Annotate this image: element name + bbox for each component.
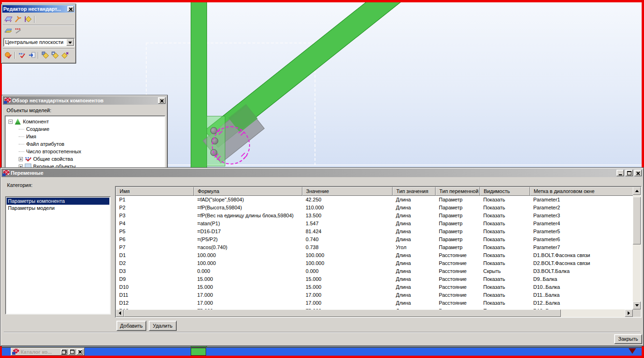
category-listbox[interactable]: Параметры компонентаПараметры модели	[5, 196, 111, 315]
maximize-button[interactable]	[625, 170, 633, 176]
tekla-app-icon	[2, 170, 9, 176]
delete-component-icon[interactable]	[60, 51, 70, 60]
close-dialog-button[interactable]: Закрыть	[614, 334, 642, 344]
maximize-button[interactable]	[69, 349, 75, 355]
restore-button[interactable]	[61, 349, 67, 355]
tree-item[interactable]: Имя	[6, 133, 165, 140]
table-cell: P5	[116, 228, 194, 236]
column-header[interactable]: Метка в диалоговом окне	[530, 187, 633, 196]
general-properties-icon	[25, 156, 31, 162]
column-header[interactable]: Значение	[302, 187, 393, 196]
table-row[interactable]: D1217.00017.000ДлинаРасстояниеПоказатьD1…	[116, 299, 633, 307]
variables-titlebar[interactable]: Переменные	[1, 169, 643, 177]
tree-item[interactable]: Число второстепенных	[6, 148, 165, 155]
table-cell: D12	[116, 299, 194, 307]
scroll-left-button[interactable]	[116, 309, 124, 317]
close-button[interactable]	[634, 170, 642, 176]
maximize-icon	[627, 171, 631, 175]
table-cell: Показать	[480, 283, 530, 291]
table-cell: D2	[116, 259, 194, 267]
column-header[interactable]: Имя	[116, 187, 194, 196]
dropdown-button[interactable]	[66, 39, 74, 46]
table-row[interactable]: P4=atan(P1)1.547ДлинаПараметрПоказатьPar…	[116, 220, 633, 228]
close-button[interactable]	[158, 97, 165, 104]
table-row[interactable]: P7=acos(0.740)0.738УголПараметрПоказатьP…	[116, 243, 633, 251]
table-cell: =fP(Вес на единицу длины блока,59804)	[194, 212, 302, 220]
table-cell: Показать	[480, 212, 530, 220]
table-cell: Длина	[393, 212, 436, 220]
table-cell: Расстояние	[436, 275, 480, 283]
expand-icon[interactable]: +	[19, 157, 23, 161]
table-row[interactable]: D1015.00015.000ДлинаРасстояниеПоказатьD1…	[116, 283, 633, 291]
table-row[interactable]: P6=(P5/P2)0.740ДлинаПараметрПоказатьPara…	[116, 236, 633, 243]
taskbar-item-catalog[interactable]: Каталог ко...	[11, 348, 85, 356]
collapse-icon[interactable]: −	[8, 120, 13, 124]
toolbar-separator	[34, 16, 35, 23]
vertical-scrollbar[interactable]	[633, 187, 641, 309]
table-row[interactable]: D1100.000100.000ДлинаРасстояниеПоказатьD…	[116, 251, 633, 259]
scrollbar-thumb[interactable]	[124, 309, 561, 317]
table-row[interactable]: P2=fP(Высота,59804)110.000ДлинаПараметрП…	[116, 204, 633, 212]
table-row[interactable]: D915.00015.000ДлинаРасстояниеПоказатьD9.…	[116, 275, 633, 283]
category-item[interactable]: Параметры компонента	[7, 198, 109, 205]
column-header[interactable]: Тип значения	[393, 187, 436, 196]
table-row[interactable]: D30.0000.000ДлинаРасстояниеСкрытьD3.BOLT…	[116, 267, 633, 275]
table-cell: Скрыть	[480, 267, 530, 275]
table-cell: Длина	[393, 283, 436, 291]
table-row[interactable]: D2100.000100.000ДлинаРасстояниеПоказатьD…	[116, 259, 633, 267]
column-bottom-segment	[191, 348, 206, 356]
table-row[interactable]: D1117.00017.000ДлинаРасстояниеПоказатьD1…	[116, 291, 633, 299]
variables-table: ИмяФормулаЗначениеТип значенияТип переме…	[115, 186, 642, 318]
table-cell: Длина	[393, 204, 436, 212]
column-header[interactable]: Видимость	[480, 187, 530, 196]
save-as-component-icon[interactable]	[50, 51, 60, 60]
tree-branch-line	[19, 151, 24, 152]
table-row[interactable]: P3=fP(Вес на единицу длины блока,59804)1…	[116, 212, 633, 220]
delete-button[interactable]: Удалить	[149, 321, 177, 331]
close-button[interactable]	[67, 6, 74, 12]
plane-icon[interactable]	[3, 27, 13, 36]
column-header[interactable]: Формула	[194, 187, 302, 196]
tree-item[interactable]: +Общие свойства	[6, 155, 165, 163]
table-cell: D11	[116, 291, 194, 299]
tree-item[interactable]: Создание	[6, 125, 165, 133]
part-plane-icon[interactable]	[23, 15, 33, 24]
close-editor-icon[interactable]	[27, 51, 36, 60]
tree-item[interactable]: −Компонент	[6, 118, 165, 125]
taskbar: Каталог ко...	[2, 347, 642, 356]
scrollbar-thumb[interactable]	[633, 197, 641, 244]
table-cell: Длина	[393, 220, 436, 228]
table-cell: Parameter4	[530, 220, 633, 228]
category-item[interactable]: Параметры модели	[7, 205, 109, 212]
construction-line-icon[interactable]	[13, 27, 23, 36]
close-button[interactable]	[77, 349, 83, 355]
table-cell: Показать	[480, 251, 530, 259]
axes-icon[interactable]	[13, 15, 23, 24]
plane-type-select[interactable]: Центральные плоскости	[3, 38, 75, 47]
apply-icon[interactable]	[3, 51, 13, 60]
table-row[interactable]: P5=D16-D1781.424ДлинаПараметрПоказатьPar…	[116, 228, 633, 236]
scroll-up-button[interactable]	[633, 187, 641, 195]
table-cell: P7	[116, 243, 194, 251]
add-button[interactable]: Добавить	[116, 321, 146, 331]
scroll-down-button[interactable]	[633, 301, 641, 309]
variables-table-body[interactable]: P1=fAD("slope",59804)42.250ДлинаПараметр…	[116, 196, 633, 309]
editor-titlebar[interactable]: Редактор нестандарт...	[2, 5, 75, 13]
model-objects-tree[interactable]: −КомпонентСозданиеИмяФайл атрибутовЧисло…	[5, 115, 165, 168]
browser-titlebar[interactable]: Обзор нестандартных компонентов	[3, 96, 166, 105]
table-row[interactable]: P1=fAD("slope",59804)42.250ДлинаПараметр…	[116, 196, 633, 204]
column-header[interactable]: Тип переменной	[436, 187, 480, 196]
tekla-app-icon	[12, 349, 19, 355]
table-cell: D9	[116, 275, 194, 283]
scroll-right-button[interactable]	[625, 309, 633, 317]
tree-branch-line	[19, 129, 24, 129]
horizontal-scrollbar[interactable]	[116, 309, 633, 317]
table-cell: Длина	[393, 259, 436, 267]
tree-item[interactable]: Файл атрибутов	[6, 140, 165, 148]
minimize-icon	[618, 171, 623, 175]
save-component-icon[interactable]	[40, 51, 50, 60]
check-dots-icon[interactable]	[17, 51, 27, 60]
fixed-plane-icon[interactable]	[3, 15, 13, 24]
minimize-button[interactable]	[616, 170, 624, 176]
table-cell: D10..Балка	[530, 283, 633, 291]
